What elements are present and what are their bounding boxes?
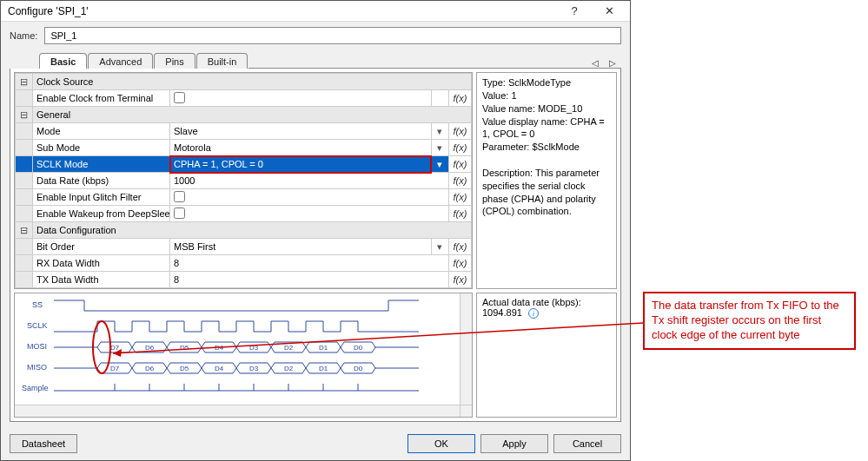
tab-builtin[interactable]: Built-in: [196, 53, 248, 69]
group-data-config[interactable]: ⊟ Data Configuration: [16, 222, 472, 239]
collapse-icon[interactable]: ⊟: [16, 222, 33, 239]
titlebar: Configure 'SPI_1' ? ✕: [1, 1, 630, 22]
row-enable-clock-terminal[interactable]: Enable Clock from Terminal f(x): [16, 90, 472, 107]
svg-text:D1: D1: [319, 344, 328, 352]
dialog-footer: Datasheet OK Apply Cancel: [1, 427, 630, 460]
tab-bar: Basic Advanced Pins Built-in ◁ ▷: [1, 49, 630, 69]
diagram-hscroll[interactable]: [15, 405, 460, 417]
svg-text:D2: D2: [284, 344, 294, 352]
row-sclk-mode[interactable]: SCLK Mode CPHA = 1, CPOL = 0 ▾ f(x): [16, 156, 472, 173]
fx-button[interactable]: f(x): [448, 272, 471, 288]
svg-text:D2: D2: [284, 365, 294, 372]
close-button[interactable]: ✕: [592, 2, 626, 21]
window-title: Configure 'SPI_1': [8, 5, 557, 17]
cancel-button[interactable]: Cancel: [553, 434, 621, 453]
fx-button[interactable]: f(x): [448, 206, 471, 222]
actual-rate-value: 1094.891: [482, 307, 522, 318]
dropdown-icon[interactable]: ▾: [431, 239, 448, 255]
timing-diagram: SS SCLK MOSI MISO Sample: [14, 293, 473, 418]
diagram-vscroll[interactable]: [460, 293, 472, 405]
fx-button[interactable]: f(x): [448, 239, 471, 255]
sample-ticks: [115, 384, 358, 391]
row-sub-mode[interactable]: Sub Mode Motorola ▾ f(x): [16, 140, 472, 156]
collapse-icon[interactable]: ⊟: [16, 107, 33, 123]
annotation-box: The data transfer from Tx FIFO to the Tx…: [643, 292, 856, 350]
dropdown-icon[interactable]: ▾: [431, 140, 448, 156]
row-bit-order[interactable]: Bit Order MSB First ▾ f(x): [16, 239, 472, 255]
fx-button[interactable]: f(x): [448, 173, 471, 189]
sclk-label: SCLK: [27, 321, 48, 330]
svg-text:D3: D3: [249, 344, 259, 352]
info-icon[interactable]: i: [528, 308, 539, 319]
tab-scroll-right-icon[interactable]: ▷: [606, 58, 620, 68]
fx-button[interactable]: f(x): [448, 123, 471, 140]
svg-text:D0: D0: [354, 365, 363, 372]
miso-label: MISO: [27, 363, 47, 372]
property-grid[interactable]: ⊟ Clock Source Enable Clock from Termina…: [14, 72, 473, 289]
configure-dialog: Configure 'SPI_1' ? ✕ Name: Basic Advanc…: [0, 0, 631, 461]
tab-advanced[interactable]: Advanced: [88, 53, 153, 69]
fx-button[interactable]: f(x): [448, 90, 471, 107]
row-rx-width[interactable]: RX Data Width 8 f(x): [16, 255, 472, 272]
tab-pins[interactable]: Pins: [154, 53, 195, 69]
tab-basic[interactable]: Basic: [39, 53, 87, 69]
group-slave-select[interactable]: ⊟ Slave Select: [16, 288, 472, 290]
ss-label: SS: [32, 300, 43, 309]
svg-text:D4: D4: [215, 344, 224, 352]
enable-clock-terminal-checkbox[interactable]: [174, 92, 185, 103]
tab-scroll-left-icon[interactable]: ◁: [588, 58, 602, 68]
name-row: Name:: [1, 22, 630, 49]
timing-svg: SS SCLK MOSI MISO Sample: [15, 293, 473, 415]
datasheet-button[interactable]: Datasheet: [10, 434, 77, 453]
dropdown-icon[interactable]: ▾: [431, 156, 448, 173]
svg-text:D5: D5: [180, 344, 189, 352]
svg-text:D7: D7: [110, 365, 120, 372]
glitch-checkbox[interactable]: [174, 191, 185, 202]
description-panel: Type: SclkModeType Value: 1 Value name: …: [476, 72, 617, 289]
wakeup-checkbox[interactable]: [174, 207, 185, 219]
fx-button[interactable]: f(x): [448, 189, 471, 206]
row-tx-width[interactable]: TX Data Width 8 f(x): [16, 272, 472, 288]
svg-text:D3: D3: [249, 365, 259, 372]
help-button[interactable]: ?: [557, 2, 592, 21]
svg-text:D0: D0: [354, 344, 363, 352]
apply-button[interactable]: Apply: [480, 434, 548, 453]
collapse-icon[interactable]: ⊟: [16, 74, 33, 90]
row-glitch[interactable]: Enable Input Glitch Filter f(x): [16, 189, 472, 206]
tab-content: ⊟ Clock Source Enable Clock from Termina…: [10, 69, 621, 422]
sample-label: Sample: [22, 384, 49, 392]
row-mode[interactable]: Mode Slave ▾ f(x): [16, 123, 472, 140]
row-data-rate[interactable]: Data Rate (kbps) 1000 f(x): [16, 173, 472, 189]
name-input[interactable]: [44, 27, 621, 44]
row-wakeup[interactable]: Enable Wakeup from DeepSleep f(x): [16, 206, 472, 222]
dropdown-icon[interactable]: ▾: [431, 123, 448, 140]
svg-text:D6: D6: [145, 365, 155, 372]
fx-button[interactable]: f(x): [448, 156, 471, 173]
svg-text:D1: D1: [319, 365, 328, 372]
svg-text:D6: D6: [145, 344, 155, 352]
name-label: Name:: [10, 30, 37, 41]
collapse-icon[interactable]: ⊟: [16, 288, 33, 290]
ok-button[interactable]: OK: [407, 434, 475, 453]
svg-text:D7: D7: [110, 344, 120, 352]
fx-button[interactable]: f(x): [448, 255, 471, 272]
group-clock-source[interactable]: ⊟ Clock Source: [16, 74, 472, 90]
svg-text:D4: D4: [215, 365, 224, 372]
mosi-label: MOSI: [27, 342, 47, 351]
actual-rate-panel: Actual data rate (kbps): 1094.891 i: [476, 293, 617, 418]
group-general[interactable]: ⊟ General: [16, 107, 472, 123]
actual-rate-label: Actual data rate (kbps):: [482, 297, 581, 307]
fx-button[interactable]: f(x): [448, 140, 471, 156]
svg-text:D5: D5: [180, 365, 189, 372]
